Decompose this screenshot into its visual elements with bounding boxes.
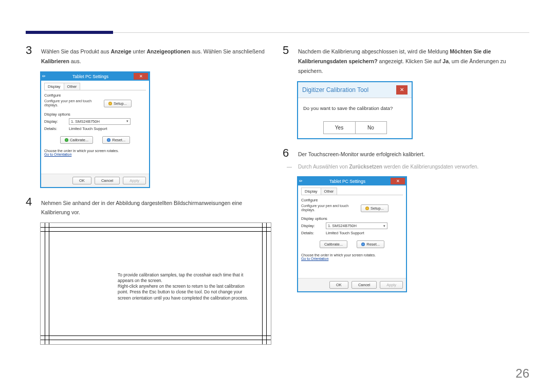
step-6: 6 Der Touchscreen-Monitor wurde erfolgre… <box>283 146 529 160</box>
digitizer-message: Do you want to save the calibration data… <box>303 105 406 111</box>
step-text: Nehmen Sie anhand der in der Abbildung d… <box>41 195 272 218</box>
display-select[interactable]: 1. SMS24B750H▾ <box>326 222 387 229</box>
step-text: Nachdem die Kalibrierung abgeschlossen i… <box>298 44 529 76</box>
reset-button[interactable]: Reset... <box>357 240 384 248</box>
step-number: 4 <box>26 195 35 218</box>
orientation-text: Choose the order in which your screen ro… <box>301 253 403 257</box>
step-5: 5 Nachdem die Kalibrierung abgeschlossen… <box>283 44 529 76</box>
cancel-button[interactable]: Cancel <box>351 281 377 289</box>
orientation-link[interactable]: Go to Orientation <box>44 153 146 156</box>
right-column: 5 Nachdem die Kalibrierung abgeschlossen… <box>283 44 529 345</box>
note-mark: ― <box>283 163 292 171</box>
setup-button[interactable]: Setup... <box>361 204 388 212</box>
step-4: 4 Nehmen Sie anhand der in der Abbildung… <box>26 195 272 218</box>
window-titlebar[interactable]: ✏ Tablet PC Settings ✕ <box>41 72 149 81</box>
yes-button[interactable]: Yes <box>323 121 355 134</box>
step-number: 3 <box>26 44 35 66</box>
details-label: Details: <box>301 231 323 235</box>
window-titlebar[interactable]: ✏ Tablet PC Settings ✕ <box>298 177 406 185</box>
calibrate-button[interactable]: Calibrate... <box>320 240 347 248</box>
close-button[interactable]: ✕ <box>396 85 408 95</box>
tab-display[interactable]: Display <box>44 83 64 90</box>
note: ― Durch Auswählen von Zurücksetzen werde… <box>283 163 529 171</box>
chevron-down-icon: ▾ <box>383 224 385 228</box>
digitizer-dialog: Digitizer Calibration Tool ✕ Do you want… <box>297 81 413 139</box>
setup-button[interactable]: Setup... <box>104 100 132 107</box>
window-icon: ✏ <box>299 179 304 184</box>
window-icon: ✏ <box>42 74 47 79</box>
display-label: Display: <box>44 119 66 124</box>
reset-icon <box>361 242 365 246</box>
window-title: Tablet PC Settings <box>47 74 134 79</box>
details-label: Details: <box>44 126 66 131</box>
digitizer-titlebar[interactable]: Digitizer Calibration Tool ✕ <box>298 82 412 98</box>
close-button[interactable]: ✕ <box>134 73 148 80</box>
tabs: Display Other <box>301 188 403 195</box>
tab-other[interactable]: Other <box>64 83 81 90</box>
note-text: Durch Auswählen von Zurücksetzen werden … <box>298 163 478 171</box>
display-select[interactable]: 1. SMS24B750H▾ <box>69 118 131 125</box>
tablet-pc-settings-window-2: ✏ Tablet PC Settings ✕ Display Other Con… <box>297 176 407 293</box>
reset-icon <box>107 138 110 142</box>
no-button[interactable]: No <box>355 121 387 134</box>
window-title: Tablet PC Settings <box>304 179 391 184</box>
display-options-label: Display options <box>44 112 146 117</box>
calibrate-button[interactable]: Calibrate... <box>60 136 93 144</box>
tabs: Display Other <box>44 83 146 90</box>
digitizer-title: Digitizer Calibration Tool <box>302 86 368 94</box>
step-number: 6 <box>283 146 292 160</box>
configure-label: Configure <box>301 198 403 202</box>
ok-button[interactable]: OK <box>329 281 348 289</box>
page-number: 26 <box>515 366 529 381</box>
chevron-down-icon: ▾ <box>126 119 128 123</box>
setup-icon <box>365 207 369 210</box>
apply-button[interactable]: Apply <box>380 281 403 289</box>
configure-label: Configure <box>44 93 146 98</box>
header-accent-bar <box>26 31 113 34</box>
tab-other[interactable]: Other <box>321 188 338 195</box>
step-3: 3 Wählen Sie das Produkt aus Anzeige unt… <box>26 44 272 66</box>
calibrate-icon <box>65 138 68 142</box>
step-text: Wählen Sie das Produkt aus Anzeige unter… <box>41 44 272 66</box>
apply-button[interactable]: Apply <box>123 177 146 184</box>
details-value: Limited Touch Support <box>69 126 107 131</box>
tab-display[interactable]: Display <box>301 188 321 195</box>
header-divider <box>113 32 529 33</box>
setup-icon <box>108 102 112 105</box>
ok-button[interactable]: OK <box>72 177 91 184</box>
left-column: 3 Wählen Sie das Produkt aus Anzeige unt… <box>26 44 272 345</box>
configure-sub: Configure your pen and touch displays. <box>44 99 101 108</box>
step-text: Der Touchscreen-Monitor wurde erfolgreic… <box>298 146 425 160</box>
step-number: 5 <box>283 44 292 76</box>
orientation-link[interactable]: Go to Orientation <box>301 257 403 260</box>
display-options-label: Display options <box>301 216 403 221</box>
calibration-instructions: To provide calibration samples, tap the … <box>118 272 251 301</box>
orientation-text: Choose the order in which your screen ro… <box>44 149 146 153</box>
close-button[interactable]: ✕ <box>391 178 405 184</box>
calibration-screen-figure: To provide calibration samples, tap the … <box>40 222 271 345</box>
display-label: Display: <box>301 223 323 228</box>
cancel-button[interactable]: Cancel <box>95 177 120 184</box>
reset-button[interactable]: Reset... <box>102 136 130 144</box>
tablet-pc-settings-window: ✏ Tablet PC Settings ✕ Display Other Con… <box>40 71 150 188</box>
configure-sub: Configure your pen and touch displays. <box>301 204 358 213</box>
details-value: Limited Touch Support <box>326 231 364 235</box>
